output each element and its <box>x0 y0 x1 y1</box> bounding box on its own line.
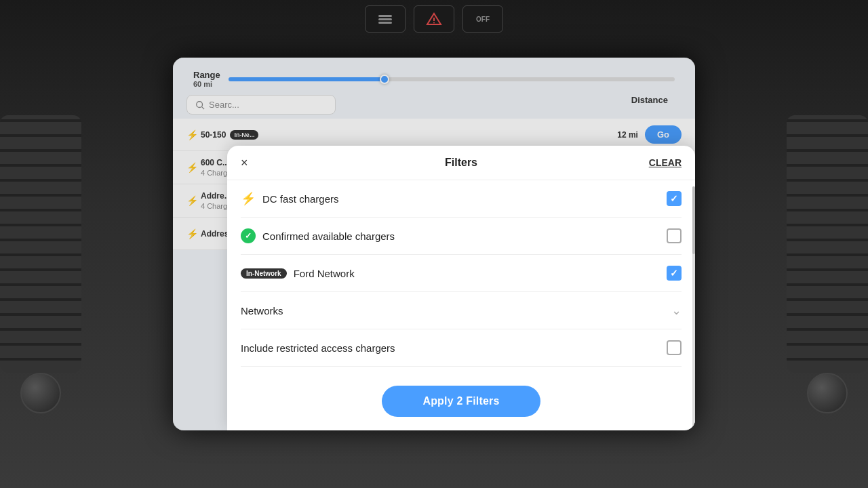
restricted-label: Include restricted access chargers <box>241 342 395 354</box>
filter-item-dc-fast: ⚡ DC fast chargers <box>241 180 682 218</box>
modal-header: × Filters CLEAR <box>227 146 695 180</box>
ford-network-label: Ford Network <box>294 268 355 279</box>
networks-row[interactable]: Networks ⌄ <box>241 292 682 329</box>
filter-label-confirmed: ✓ Confirmed available chargers <box>241 228 667 243</box>
top-btn-hazard[interactable] <box>414 5 454 33</box>
scroll-thumb <box>692 186 695 254</box>
top-btn-1[interactable] <box>365 5 406 33</box>
right-vent <box>787 115 868 373</box>
dashboard-background: OFF Range 60 mi <box>0 0 868 488</box>
filter-label-ford-network: In-Network Ford Network <box>241 268 667 279</box>
filter-label-dc-fast: ⚡ DC fast chargers <box>241 191 667 206</box>
filter-item-confirmed: ✓ Confirmed available chargers <box>241 218 682 255</box>
main-screen: Range 60 mi Searc... Distance <box>173 58 695 430</box>
ford-network-checkbox[interactable] <box>667 266 682 281</box>
modal-title: Filters <box>445 157 477 169</box>
filter-item-restricted: Include restricted access chargers <box>241 329 682 367</box>
scroll-indicator <box>692 186 695 430</box>
restricted-checkbox[interactable] <box>667 340 682 355</box>
svg-rect-1 <box>378 18 392 20</box>
dc-fast-icon: ⚡ <box>241 191 256 206</box>
filter-label-restricted: Include restricted access chargers <box>241 342 667 354</box>
top-btn-traction[interactable]: OFF <box>462 5 503 33</box>
filter-item-ford-network: In-Network Ford Network <box>241 255 682 292</box>
dc-fast-label: DC fast chargers <box>262 193 339 205</box>
confirmed-checkbox[interactable] <box>667 228 682 243</box>
apply-filters-button[interactable]: Apply 2 Filters <box>382 386 540 417</box>
in-network-badge: In-Network <box>241 268 287 279</box>
networks-label: Networks <box>241 305 671 317</box>
green-check-icon: ✓ <box>241 228 256 243</box>
top-controls: OFF <box>365 0 503 38</box>
networks-chevron-icon[interactable]: ⌄ <box>671 303 682 318</box>
modal-clear-button[interactable]: CLEAR <box>649 157 682 168</box>
svg-rect-0 <box>378 15 392 17</box>
svg-rect-2 <box>378 22 392 24</box>
modal-body: ⚡ DC fast chargers ✓ Confirmed available… <box>227 180 695 375</box>
confirmed-label: Confirmed available chargers <box>262 230 395 242</box>
left-vent-knob[interactable] <box>20 373 61 413</box>
modal-footer: Apply 2 Filters <box>227 375 695 430</box>
left-vent <box>0 115 81 373</box>
right-vent-knob[interactable] <box>807 373 848 413</box>
modal-close-button[interactable]: × <box>241 157 248 169</box>
filter-modal: × Filters CLEAR ⚡ DC fast chargers <box>227 146 695 430</box>
dc-fast-checkbox[interactable] <box>667 191 682 206</box>
svg-point-5 <box>433 22 435 24</box>
